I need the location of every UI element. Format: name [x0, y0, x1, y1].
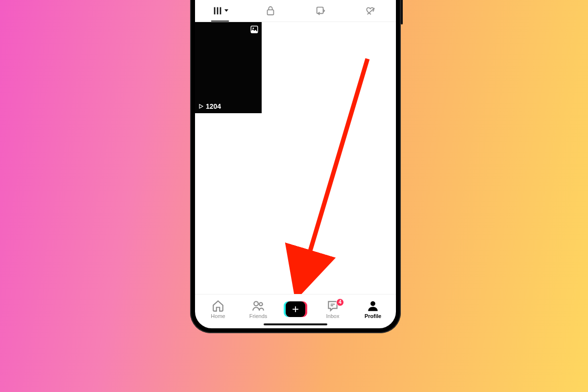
tab-feed[interactable] — [195, 0, 245, 22]
plus-icon: + — [292, 303, 299, 315]
thumbnail-plays: 1204 — [198, 102, 221, 110]
svg-rect-3 — [267, 10, 273, 15]
inbox-badge: 4 — [336, 298, 344, 306]
phone-screen: Find your friends Find Follows you Follo… — [195, 0, 396, 328]
svg-rect-1 — [217, 7, 218, 14]
nav-label: Home — [211, 313, 225, 319]
content-grid: 1204 — [195, 22, 396, 294]
video-thumbnail[interactable]: 1204 — [195, 22, 262, 113]
svg-rect-0 — [214, 7, 215, 14]
nav-friends[interactable]: Friends — [238, 299, 278, 319]
svg-point-6 — [252, 27, 254, 29]
play-count: 1204 — [206, 102, 221, 110]
phone-power-button — [401, 0, 403, 24]
content-tabs — [195, 0, 396, 22]
home-icon — [212, 299, 224, 312]
svg-point-7 — [254, 301, 258, 306]
play-icon — [198, 103, 204, 109]
nav-label: Inbox — [326, 313, 340, 319]
svg-rect-2 — [220, 7, 221, 14]
nav-inbox[interactable]: 4 Inbox — [313, 299, 353, 319]
gesture-bar — [264, 323, 327, 325]
svg-point-8 — [259, 302, 263, 306]
nav-profile[interactable]: Profile — [353, 299, 393, 319]
phone-frame: Find your friends Find Follows you Follo… — [190, 0, 401, 333]
profile-icon — [367, 299, 379, 312]
lock-icon — [265, 5, 276, 16]
svg-rect-4 — [317, 7, 323, 13]
tab-reposts[interactable] — [295, 0, 346, 22]
nav-label: Friends — [249, 313, 268, 319]
svg-point-9 — [370, 301, 375, 306]
image-post-icon — [250, 25, 259, 36]
nav-label: Profile — [365, 313, 381, 319]
nav-create[interactable]: + — [278, 301, 313, 317]
tab-liked[interactable] — [346, 0, 396, 22]
feed-grid-icon — [212, 5, 223, 16]
heart-hidden-icon — [366, 5, 376, 16]
nav-home[interactable]: Home — [198, 299, 238, 319]
chevron-down-icon — [224, 9, 228, 12]
repost-icon — [315, 5, 326, 16]
tab-private[interactable] — [245, 0, 296, 22]
friends-icon — [252, 299, 265, 312]
create-button[interactable]: + — [284, 301, 307, 317]
